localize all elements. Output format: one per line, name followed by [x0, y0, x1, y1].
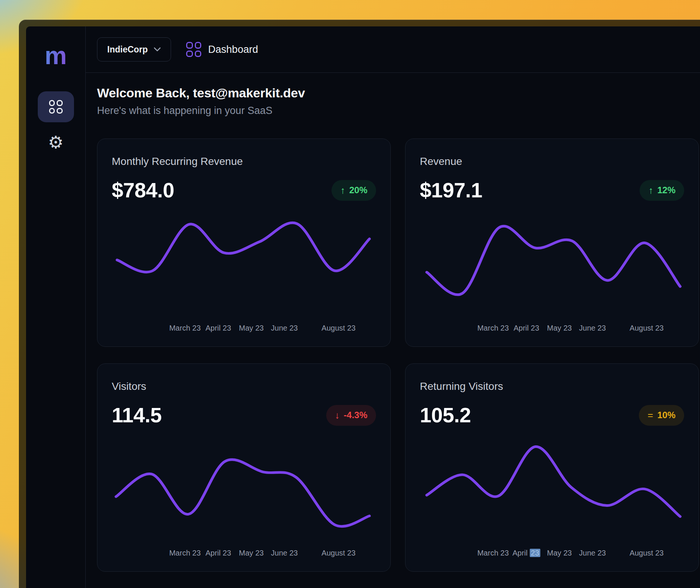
- metric-value: 105.2: [420, 403, 471, 427]
- trend-percent: -4.3%: [344, 410, 367, 420]
- x-axis: March 23April 23May 23June 23August 23: [420, 324, 684, 334]
- trend-badge: = 10%: [639, 405, 684, 426]
- x-axis-label: June 23: [271, 324, 298, 332]
- line-chart: [420, 440, 684, 542]
- chevron-down-icon: [154, 47, 161, 52]
- card-visitors: Visitors 114.5 ↓ -4.3% March 23April 23M…: [97, 363, 391, 572]
- x-axis-label: August 23: [322, 549, 356, 557]
- arrow-up-icon: ↑: [340, 185, 345, 196]
- selected-text: 23: [530, 549, 540, 557]
- trend-percent: 10%: [657, 410, 675, 420]
- line-chart: [420, 215, 684, 317]
- app-window-content: m ⚙ IndieCorp: [26, 26, 700, 588]
- x-axis: March 23April 23May 23June 23August 23: [420, 549, 684, 559]
- sidebar-item-settings[interactable]: ⚙: [48, 134, 63, 151]
- top-bar: IndieCorp Dashboard: [86, 26, 700, 73]
- main-column: IndieCorp Dashboard Welcome Back, t: [86, 26, 700, 588]
- x-axis-label: March 23: [477, 549, 509, 557]
- gear-icon: ⚙: [48, 132, 63, 152]
- x-axis-label: June 23: [271, 549, 298, 557]
- makerkit-logo: m: [45, 43, 67, 68]
- value-row: $784.0 ↑ 20%: [112, 178, 376, 202]
- desktop-wallpaper: m ⚙ IndieCorp: [0, 0, 700, 588]
- metric-value: $784.0: [112, 178, 174, 202]
- x-axis-label: May 23: [547, 549, 572, 557]
- card-title: Visitors: [112, 380, 376, 393]
- sidebar-item-dashboard[interactable]: [38, 91, 74, 122]
- x-axis-label: May 23: [547, 324, 572, 332]
- welcome-heading: Welcome Back, test@makerkit.dev: [97, 86, 699, 100]
- x-axis-label: March 23: [477, 324, 509, 332]
- arrow-up-icon: ↑: [648, 185, 653, 196]
- trend-percent: 20%: [349, 185, 367, 195]
- x-axis-label: April 23: [205, 324, 231, 332]
- x-axis-label: April 23: [513, 324, 539, 332]
- value-row: $197.1 ↑ 12%: [420, 178, 684, 202]
- team-selector-label: IndieCorp: [107, 45, 148, 55]
- equals-icon: =: [648, 410, 653, 421]
- line-chart: [112, 215, 376, 317]
- line-chart: [112, 440, 376, 542]
- trend-badge: ↑ 12%: [640, 180, 684, 201]
- card-title: Revenue: [420, 155, 684, 168]
- dashboard-grid-icon: [186, 42, 201, 57]
- page-heading: Dashboard: [186, 42, 258, 57]
- welcome-subheading: Here's what is happening in your SaaS: [97, 105, 699, 117]
- page-title: Dashboard: [208, 44, 258, 55]
- card-title: Monthly Recurring Revenue: [112, 155, 376, 168]
- x-axis-label: April 23: [512, 549, 540, 557]
- x-axis-label: August 23: [630, 549, 664, 557]
- x-axis-label: May 23: [239, 324, 264, 332]
- card-revenue: Revenue $197.1 ↑ 12% March 23April 23May…: [405, 139, 699, 347]
- trend-percent: 12%: [657, 185, 675, 195]
- x-axis-label: August 23: [630, 324, 664, 332]
- grid-icon: [49, 100, 63, 114]
- x-axis: March 23April 23May 23June 23August 23: [112, 324, 376, 334]
- metric-cards-grid: Monthly Recurring Revenue $784.0 ↑ 20% M…: [97, 139, 699, 572]
- app-window: m ⚙ IndieCorp: [19, 20, 700, 588]
- x-axis-label: August 23: [322, 324, 356, 332]
- value-row: 105.2 = 10%: [420, 403, 684, 427]
- metric-value: 114.5: [112, 403, 162, 427]
- sidebar: m ⚙: [26, 26, 86, 588]
- card-monthly-recurring-revenue: Monthly Recurring Revenue $784.0 ↑ 20% M…: [97, 139, 391, 347]
- trend-badge: ↓ -4.3%: [326, 405, 376, 426]
- x-axis-label: March 23: [169, 324, 200, 332]
- x-axis-label: April 23: [205, 549, 231, 557]
- card-title: Returning Visitors: [420, 380, 684, 393]
- metric-value: $197.1: [420, 178, 482, 202]
- arrow-down-icon: ↓: [335, 410, 340, 421]
- x-axis-label: June 23: [579, 549, 606, 557]
- team-selector-button[interactable]: IndieCorp: [97, 37, 171, 62]
- dashboard-content: Welcome Back, test@makerkit.dev Here's w…: [86, 73, 700, 588]
- card-returning-visitors: Returning Visitors 105.2 = 10% March 23A…: [405, 363, 699, 572]
- x-axis-label: March 23: [169, 549, 200, 557]
- x-axis-label: June 23: [579, 324, 606, 332]
- x-axis-label: May 23: [239, 549, 264, 557]
- trend-badge: ↑ 20%: [331, 180, 376, 201]
- value-row: 114.5 ↓ -4.3%: [112, 403, 376, 427]
- x-axis: March 23April 23May 23June 23August 23: [112, 549, 376, 559]
